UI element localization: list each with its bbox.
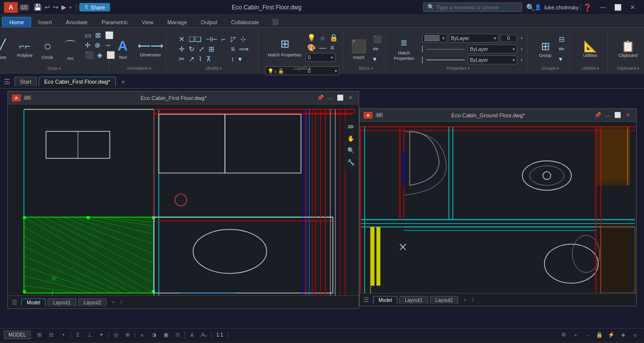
first-floor-minimize-button[interactable]: —: [326, 94, 335, 102]
search-expand-icon[interactable]: 🔍: [526, 3, 535, 11]
circle-tool[interactable]: ○ Circle: [37, 31, 58, 67]
insert-tool[interactable]: ⬛ Insert: [348, 31, 370, 67]
color-select[interactable]: ▾: [422, 34, 447, 43]
search-box[interactable]: 🔍: [423, 2, 522, 12]
otrack-icon[interactable]: ⊕: [123, 331, 133, 340]
modify-5[interactable]: ✛: [177, 45, 186, 53]
modify-7[interactable]: ⤢: [197, 45, 206, 53]
first-floor-pin-button[interactable]: 📌: [316, 94, 325, 102]
boundary-tool[interactable]: ⬛: [83, 50, 95, 59]
selection-icon[interactable]: ▣: [161, 331, 171, 340]
ground-floor-canvas[interactable]: [360, 122, 636, 293]
match-properties-tool[interactable]: ≡ Match Properties: [390, 31, 418, 67]
layer-linetype[interactable]: —: [318, 43, 328, 52]
rectangle-tool[interactable]: ▭: [83, 31, 93, 40]
first-floor-layout2-tab[interactable]: Layout2: [78, 298, 107, 306]
polar-icon[interactable]: ✦: [97, 331, 107, 340]
search-input[interactable]: [436, 4, 511, 10]
first-floor-tab-menu[interactable]: ☰: [12, 299, 17, 306]
ground-floor-layout2-tab[interactable]: Layout2: [430, 296, 459, 304]
lineweight-dropdown-btn[interactable]: ▾: [519, 57, 524, 63]
tab-view[interactable]: View: [135, 17, 161, 27]
first-floor-layout1-tab[interactable]: Layout1: [48, 298, 76, 306]
minimize-button[interactable]: —: [595, 2, 610, 13]
annotation-label-btn[interactable]: Annotation: [127, 66, 151, 71]
modify-4[interactable]: ⌐: [220, 35, 227, 44]
hatch-tool[interactable]: ⊠: [94, 31, 103, 40]
polyline-tool[interactable]: ⌐⌐ Polyline: [14, 31, 36, 67]
help-icon[interactable]: ❓: [583, 3, 591, 11]
arc-tool[interactable]: ⌒ Arc: [59, 31, 81, 67]
hardware-accel-icon[interactable]: ⚡: [606, 331, 616, 340]
modify-16[interactable]: ⟹: [237, 45, 250, 53]
grid-dropdown[interactable]: ▾: [58, 331, 68, 340]
grid-icon-1[interactable]: ⊞: [35, 331, 45, 340]
layers-label-btn[interactable]: Layers: [294, 66, 310, 71]
modify-8[interactable]: ⊞: [207, 45, 216, 53]
save-button[interactable]: 💾: [33, 3, 43, 11]
line-tool[interactable]: ╱ Line: [0, 31, 13, 67]
transparency-icon[interactable]: ◑: [149, 331, 159, 340]
block-label-btn[interactable]: Block: [359, 66, 373, 71]
modify-3[interactable]: ⊣⊢: [204, 35, 219, 44]
snap-icon[interactable]: ⊻: [73, 331, 83, 340]
ungroup-tool[interactable]: ⊟: [557, 35, 566, 44]
tab-output[interactable]: Output: [194, 17, 224, 27]
ground-floor-layout1-tab[interactable]: Layout1: [399, 296, 428, 304]
osnap-icon[interactable]: ◎: [111, 331, 121, 340]
linetype-dropdown-btn[interactable]: ▾: [519, 47, 524, 52]
utilities-tool[interactable]: 📐 Utilities: [580, 31, 601, 67]
tab-extra[interactable]: ⬛: [268, 16, 283, 27]
copy-tool[interactable]: ⊕: [93, 41, 102, 49]
clipboard-label-btn[interactable]: Clipboard: [617, 66, 639, 71]
bylayer-lineweight-select[interactable]: ByLayer ▾: [468, 55, 517, 64]
nav-zoom-btn[interactable]: 🔍: [345, 145, 356, 156]
region-tool[interactable]: ◈: [96, 50, 104, 59]
tab-parametric[interactable]: Parametric: [95, 17, 135, 27]
properties-group-label[interactable]: Properties: [446, 66, 470, 71]
modify-1[interactable]: ✕: [177, 35, 186, 44]
tab-manage[interactable]: Manage: [161, 17, 194, 27]
isolate-icon[interactable]: ◈: [618, 331, 628, 340]
workspace-icon[interactable]: ⚙: [559, 331, 569, 340]
first-floor-close-button[interactable]: ✕: [346, 94, 355, 102]
tab-first-floor[interactable]: Eco Cabin_First Floor.dwg*: [39, 77, 115, 86]
edit-block[interactable]: ✏: [372, 45, 384, 53]
model-indicator[interactable]: MODEL: [4, 331, 31, 339]
ortho-icon[interactable]: ⊥: [85, 331, 95, 340]
modify-6[interactable]: ↻: [187, 45, 196, 53]
restore-button[interactable]: ⬜: [610, 2, 625, 13]
tab-start[interactable]: Start: [14, 77, 37, 86]
close-button[interactable]: ✕: [625, 2, 640, 13]
share-button[interactable]: ⇧ Share: [79, 3, 110, 11]
utilities-group-label[interactable]: Utilities: [582, 66, 599, 71]
first-floor-canvas[interactable]: 2D ✋ 🔍 🔧: [8, 104, 359, 295]
first-floor-add-tab[interactable]: +: [108, 298, 117, 307]
group-edit[interactable]: ✏: [557, 45, 566, 53]
layer-lock[interactable]: 🔒: [328, 33, 339, 42]
ground-floor-model-tab[interactable]: Model: [373, 296, 397, 304]
bylayer-color-select[interactable]: ByLayer ▾: [449, 34, 498, 43]
redo-button[interactable]: ↪: [52, 3, 59, 11]
lock-ui-icon[interactable]: 🔒: [594, 331, 604, 340]
gizmo-icon[interactable]: ⊙: [173, 331, 183, 340]
block-group-label[interactable]: Block: [359, 66, 373, 71]
scale-indicator[interactable]: 1:1: [214, 332, 226, 338]
grid-icon-2[interactable]: ⊟: [47, 331, 56, 340]
ground-floor-pin-button[interactable]: 📌: [593, 111, 602, 120]
tab-home[interactable]: Home: [2, 17, 31, 27]
zoom-in-icon[interactable]: +: [571, 331, 581, 340]
modify-14[interactable]: ⊹: [239, 35, 248, 44]
annotation-vis-icon[interactable]: Aₐ: [199, 331, 209, 340]
props-panel-icon[interactable]: ≡: [630, 331, 640, 340]
ground-floor-add-tab[interactable]: +: [460, 295, 469, 304]
nav-menu-button[interactable]: ☰: [4, 78, 10, 86]
bylayer-linetype-select[interactable]: ByLayer ▾: [468, 45, 517, 53]
annotation-scale-icon[interactable]: A: [187, 331, 197, 340]
modify-17[interactable]: ↕: [229, 54, 236, 63]
layer-color[interactable]: 🎨: [306, 43, 317, 52]
nav-pan-btn[interactable]: ✋: [345, 133, 356, 144]
clipboard-tool[interactable]: 📋 Clipboard: [615, 31, 641, 67]
modify-2[interactable]: ❑❑: [187, 35, 203, 44]
ground-floor-minimize-button[interactable]: —: [603, 111, 612, 120]
